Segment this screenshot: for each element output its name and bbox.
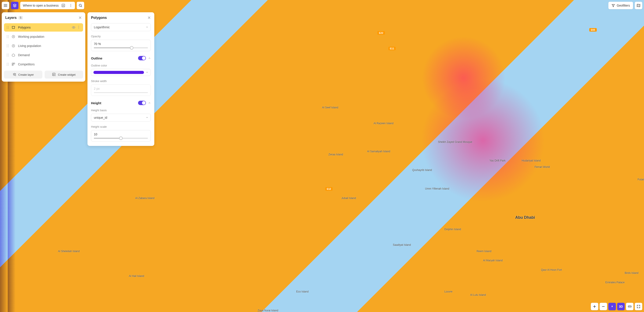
geofilters-button[interactable]: Geofilters xyxy=(608,2,633,9)
dashboard-button[interactable] xyxy=(60,3,66,8)
svg-point-27 xyxy=(7,47,7,47)
stroke-width-unit: px xyxy=(96,87,100,90)
outline-section-title: Outline xyxy=(91,56,102,60)
layer-row[interactable]: Living population xyxy=(4,42,83,50)
svg-point-32 xyxy=(8,54,8,54)
height-scale-label: Height scale xyxy=(91,125,151,128)
props-panel: Polygons ✕ Logarithmic Opacity 70 % Outl… xyxy=(88,12,154,146)
opacity-value: 70 xyxy=(94,42,97,46)
opacity-unit: % xyxy=(98,42,101,46)
layer-type-icon xyxy=(12,25,16,29)
layer-label: Demand xyxy=(18,53,80,57)
menu-button[interactable] xyxy=(2,2,9,9)
drag-handle-icon[interactable] xyxy=(6,63,9,66)
svg-point-25 xyxy=(7,46,7,46)
svg-point-33 xyxy=(7,55,7,55)
svg-point-17 xyxy=(7,36,7,37)
geofilters-label: Geofilters xyxy=(617,4,630,7)
layers-close-button[interactable]: ✕ xyxy=(78,15,82,20)
search-icon xyxy=(78,3,82,7)
search-button[interactable] xyxy=(77,2,84,9)
drag-handle-icon[interactable] xyxy=(6,26,9,29)
scale-select-value: Logarithmic xyxy=(94,25,110,29)
layer-row[interactable]: Competitors xyxy=(4,60,83,68)
outline-color-select[interactable] xyxy=(91,69,151,76)
create-widget-button[interactable]: Create widget xyxy=(44,71,83,79)
hamburger-icon xyxy=(4,3,8,7)
props-panel-title: Polygons xyxy=(91,16,107,20)
svg-point-35 xyxy=(7,56,7,56)
svg-point-42 xyxy=(8,65,8,66)
create-widget-label: Create widget xyxy=(58,73,76,76)
layer-more-icon[interactable] xyxy=(77,25,80,29)
svg-point-34 xyxy=(8,55,8,55)
svg-point-14 xyxy=(78,28,79,29)
svg-point-19 xyxy=(7,37,7,38)
svg-point-41 xyxy=(7,65,7,66)
compass-button[interactable] xyxy=(608,303,616,310)
basemap-button[interactable] xyxy=(635,2,642,9)
layer-row[interactable]: Working population xyxy=(4,32,83,41)
dots-vertical-icon xyxy=(69,4,72,7)
filter-icon xyxy=(612,4,615,7)
svg-point-26 xyxy=(8,46,8,46)
outline-collapse-chevron[interactable] xyxy=(148,57,151,59)
opacity-label: Opacity xyxy=(91,35,151,38)
project-more-button[interactable] xyxy=(68,3,74,8)
zoom-out-button[interactable] xyxy=(600,303,607,310)
map-icon xyxy=(636,3,640,7)
chart-icon xyxy=(62,4,65,7)
layer-label: Living population xyxy=(18,44,80,48)
create-layer-label: Create layer xyxy=(18,73,34,76)
drag-handle-icon[interactable] xyxy=(6,44,9,48)
height-scale-slider[interactable]: 10 xyxy=(91,130,151,142)
drag-handle-icon[interactable] xyxy=(6,53,9,57)
height-collapse-chevron[interactable] xyxy=(148,102,151,104)
svg-point-23 xyxy=(7,44,7,45)
project-titlebar: Where to open a business xyxy=(20,2,75,9)
height-basis-value: unique_id xyxy=(94,116,107,119)
visibility-icon[interactable] xyxy=(72,25,76,29)
svg-point-6 xyxy=(8,26,8,26)
height-basis-select[interactable]: unique_id xyxy=(91,114,151,122)
layers-panel-title: Layers xyxy=(5,16,17,20)
svg-point-5 xyxy=(7,26,7,26)
layer-row[interactable]: Demand xyxy=(4,51,83,59)
drag-handle-icon[interactable] xyxy=(6,35,9,38)
close-icon: ✕ xyxy=(78,15,82,20)
stroke-width-slider[interactable]: 2 px xyxy=(91,84,151,96)
opacity-slider-thumb[interactable] xyxy=(130,46,134,50)
svg-point-15 xyxy=(7,35,7,36)
layers-stack-button[interactable] xyxy=(11,2,18,9)
zoom-in-button[interactable] xyxy=(591,303,598,310)
svg-point-22 xyxy=(13,36,14,37)
fullscreen-button[interactable] xyxy=(635,303,642,310)
ruler-icon xyxy=(628,305,632,309)
layers-panel: Layers 5 ✕ PolygonsWorking populationLiv… xyxy=(2,12,85,82)
layer-row[interactable]: Polygons xyxy=(4,23,83,32)
svg-point-10 xyxy=(8,28,8,29)
layer-type-icon xyxy=(12,35,16,39)
fullscreen-icon xyxy=(637,305,640,308)
scale-select[interactable]: Logarithmic xyxy=(91,23,151,31)
height-scale-slider-thumb[interactable] xyxy=(119,137,123,140)
props-close-button[interactable]: ✕ xyxy=(148,15,151,20)
project-title: Where to open a business xyxy=(23,4,59,7)
outline-toggle[interactable] xyxy=(138,56,146,60)
ruler-button[interactable] xyxy=(626,303,634,310)
svg-point-20 xyxy=(8,37,8,38)
svg-point-39 xyxy=(7,64,7,64)
create-layer-button[interactable]: Create layer xyxy=(4,71,42,79)
svg-point-13 xyxy=(78,27,79,28)
close-icon: ✕ xyxy=(148,15,151,20)
opacity-slider[interactable]: 70 % xyxy=(91,40,151,51)
outline-color-label: Outline color xyxy=(91,64,151,67)
layer-label: Competitors xyxy=(18,63,80,66)
stroke-width-value: 2 xyxy=(94,87,96,90)
outline-color-swatch xyxy=(94,71,144,74)
svg-point-24 xyxy=(8,44,8,45)
three-d-label: 3D xyxy=(619,305,623,308)
three-d-button[interactable]: 3D xyxy=(617,303,625,310)
height-toggle[interactable] xyxy=(138,101,146,105)
widget-add-icon xyxy=(52,73,56,77)
